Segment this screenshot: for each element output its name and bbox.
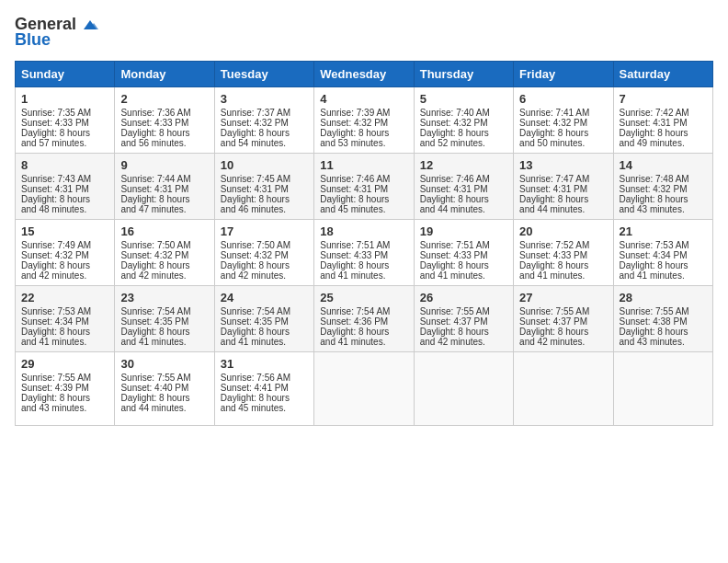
calendar-cell: 21Sunrise: 7:53 AMSunset: 4:34 PMDayligh…: [613, 220, 712, 286]
cell-info: Sunrise: 7:55 AMSunset: 4:37 PMDaylight:…: [519, 306, 589, 347]
logo-icon: [80, 17, 100, 33]
page-header: General Blue: [15, 15, 713, 50]
cell-info: Sunrise: 7:52 AMSunset: 4:33 PMDaylight:…: [519, 240, 589, 281]
calendar-cell: 30Sunrise: 7:55 AMSunset: 4:40 PMDayligh…: [115, 352, 214, 426]
calendar-cell: 11Sunrise: 7:46 AMSunset: 4:31 PMDayligh…: [314, 154, 414, 220]
calendar-cell: 12Sunrise: 7:46 AMSunset: 4:31 PMDayligh…: [414, 154, 513, 220]
cell-info: Sunrise: 7:51 AMSunset: 4:33 PMDaylight:…: [420, 240, 490, 281]
cell-info: Sunrise: 7:53 AMSunset: 4:34 PMDaylight:…: [21, 306, 91, 347]
calendar-cell: 7Sunrise: 7:42 AMSunset: 4:31 PMDaylight…: [613, 87, 712, 154]
weekday-header: Wednesday: [314, 62, 414, 87]
calendar-cell: 24Sunrise: 7:54 AMSunset: 4:35 PMDayligh…: [214, 286, 313, 352]
cell-info: Sunrise: 7:55 AMSunset: 4:40 PMDaylight:…: [120, 373, 190, 413]
cell-info: Sunrise: 7:48 AMSunset: 4:32 PMDaylight:…: [620, 174, 689, 214]
calendar-cell: 25Sunrise: 7:54 AMSunset: 4:36 PMDayligh…: [314, 286, 414, 352]
calendar-cell: 19Sunrise: 7:51 AMSunset: 4:33 PMDayligh…: [414, 220, 513, 286]
weekday-header: Sunday: [16, 62, 115, 87]
calendar-cell: 22Sunrise: 7:53 AMSunset: 4:34 PMDayligh…: [16, 286, 115, 352]
calendar-cell: 6Sunrise: 7:41 AMSunset: 4:32 PMDaylight…: [514, 87, 613, 154]
calendar-cell: [514, 352, 613, 426]
calendar-cell: 16Sunrise: 7:50 AMSunset: 4:32 PMDayligh…: [115, 220, 214, 286]
calendar-cell: 4Sunrise: 7:39 AMSunset: 4:32 PMDaylight…: [314, 87, 414, 154]
cell-info: Sunrise: 7:51 AMSunset: 4:33 PMDaylight:…: [320, 240, 390, 281]
calendar-cell: [613, 352, 712, 426]
calendar-cell: 28Sunrise: 7:55 AMSunset: 4:38 PMDayligh…: [613, 286, 712, 352]
cell-info: Sunrise: 7:46 AMSunset: 4:31 PMDaylight:…: [320, 174, 390, 214]
calendar-cell: 18Sunrise: 7:51 AMSunset: 4:33 PMDayligh…: [314, 220, 414, 286]
calendar-cell: 13Sunrise: 7:47 AMSunset: 4:31 PMDayligh…: [514, 154, 613, 220]
calendar-cell: 29Sunrise: 7:55 AMSunset: 4:39 PMDayligh…: [16, 352, 115, 426]
cell-info: Sunrise: 7:41 AMSunset: 4:32 PMDaylight:…: [519, 108, 589, 148]
cell-info: Sunrise: 7:53 AMSunset: 4:34 PMDaylight:…: [620, 240, 689, 281]
cell-info: Sunrise: 7:49 AMSunset: 4:32 PMDaylight:…: [21, 240, 91, 281]
calendar-cell: 15Sunrise: 7:49 AMSunset: 4:32 PMDayligh…: [16, 220, 115, 286]
calendar-cell: 2Sunrise: 7:36 AMSunset: 4:33 PMDaylight…: [115, 87, 214, 154]
cell-info: Sunrise: 7:50 AMSunset: 4:32 PMDaylight:…: [221, 240, 290, 281]
weekday-header: Thursday: [414, 62, 513, 87]
cell-info: Sunrise: 7:37 AMSunset: 4:32 PMDaylight:…: [221, 108, 290, 148]
calendar-cell: 5Sunrise: 7:40 AMSunset: 4:32 PMDaylight…: [414, 87, 513, 154]
cell-info: Sunrise: 7:40 AMSunset: 4:32 PMDaylight:…: [420, 108, 490, 148]
cell-info: Sunrise: 7:39 AMSunset: 4:32 PMDaylight:…: [320, 108, 390, 148]
cell-info: Sunrise: 7:54 AMSunset: 4:35 PMDaylight:…: [120, 306, 190, 347]
calendar-cell: 27Sunrise: 7:55 AMSunset: 4:37 PMDayligh…: [514, 286, 613, 352]
calendar-cell: 10Sunrise: 7:45 AMSunset: 4:31 PMDayligh…: [214, 154, 313, 220]
calendar-cell: [314, 352, 414, 426]
calendar-table: SundayMondayTuesdayWednesdayThursdayFrid…: [15, 61, 713, 426]
cell-info: Sunrise: 7:42 AMSunset: 4:31 PMDaylight:…: [620, 108, 689, 148]
calendar-cell: 3Sunrise: 7:37 AMSunset: 4:32 PMDaylight…: [214, 87, 313, 154]
cell-info: Sunrise: 7:47 AMSunset: 4:31 PMDaylight:…: [519, 174, 589, 214]
cell-info: Sunrise: 7:43 AMSunset: 4:31 PMDaylight:…: [21, 174, 91, 214]
calendar-cell: 9Sunrise: 7:44 AMSunset: 4:31 PMDaylight…: [115, 154, 214, 220]
logo: General Blue: [15, 15, 100, 50]
cell-info: Sunrise: 7:54 AMSunset: 4:35 PMDaylight:…: [221, 306, 290, 347]
calendar-cell: 17Sunrise: 7:50 AMSunset: 4:32 PMDayligh…: [214, 220, 313, 286]
calendar-cell: [414, 352, 513, 426]
cell-info: Sunrise: 7:44 AMSunset: 4:31 PMDaylight:…: [120, 174, 190, 214]
weekday-header: Tuesday: [214, 62, 313, 87]
calendar-cell: 14Sunrise: 7:48 AMSunset: 4:32 PMDayligh…: [613, 154, 712, 220]
cell-info: Sunrise: 7:54 AMSunset: 4:36 PMDaylight:…: [320, 306, 390, 347]
logo-blue: Blue: [15, 30, 51, 50]
cell-info: Sunrise: 7:50 AMSunset: 4:32 PMDaylight:…: [120, 240, 190, 281]
calendar-cell: 20Sunrise: 7:52 AMSunset: 4:33 PMDayligh…: [514, 220, 613, 286]
weekday-header: Saturday: [613, 62, 712, 87]
cell-info: Sunrise: 7:46 AMSunset: 4:31 PMDaylight:…: [420, 174, 490, 214]
cell-info: Sunrise: 7:55 AMSunset: 4:37 PMDaylight:…: [420, 306, 490, 347]
cell-info: Sunrise: 7:55 AMSunset: 4:39 PMDaylight:…: [21, 373, 91, 413]
calendar-cell: 1Sunrise: 7:35 AMSunset: 4:33 PMDaylight…: [16, 87, 115, 154]
cell-info: Sunrise: 7:36 AMSunset: 4:33 PMDaylight:…: [120, 108, 190, 148]
cell-info: Sunrise: 7:35 AMSunset: 4:33 PMDaylight:…: [21, 108, 91, 148]
calendar-cell: 31Sunrise: 7:56 AMSunset: 4:41 PMDayligh…: [214, 352, 313, 426]
cell-info: Sunrise: 7:45 AMSunset: 4:31 PMDaylight:…: [221, 174, 290, 214]
weekday-header: Friday: [514, 62, 613, 87]
calendar-cell: 8Sunrise: 7:43 AMSunset: 4:31 PMDaylight…: [16, 154, 115, 220]
cell-info: Sunrise: 7:56 AMSunset: 4:41 PMDaylight:…: [221, 373, 290, 413]
calendar-cell: 26Sunrise: 7:55 AMSunset: 4:37 PMDayligh…: [414, 286, 513, 352]
cell-info: Sunrise: 7:55 AMSunset: 4:38 PMDaylight:…: [620, 306, 689, 347]
weekday-header: Monday: [115, 62, 214, 87]
calendar-cell: 23Sunrise: 7:54 AMSunset: 4:35 PMDayligh…: [115, 286, 214, 352]
